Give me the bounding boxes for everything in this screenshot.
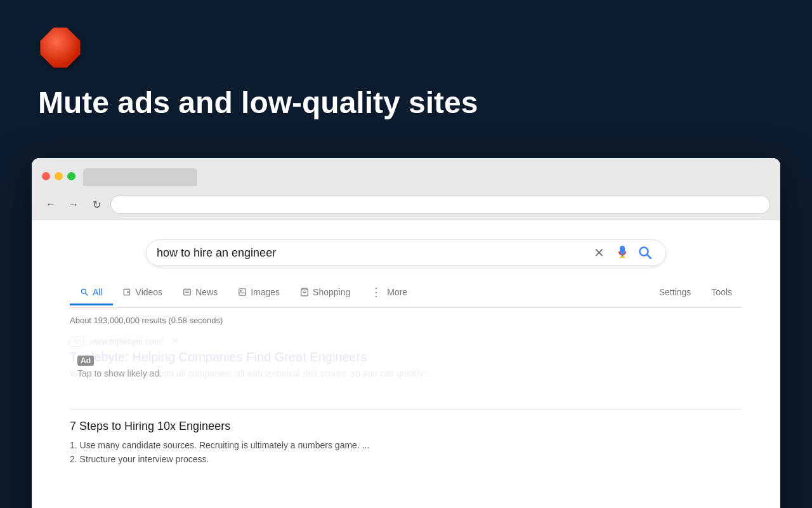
all-tab-icon: [80, 288, 89, 297]
muted-overlay: Ad Tap to show likely ad.: [70, 335, 742, 399]
news-tab-icon: [183, 288, 192, 297]
svg-line-6: [86, 293, 88, 296]
svg-marker-8: [127, 291, 129, 293]
organic-result: 7 Steps to Hiring 10x Engineers 1. Use m…: [70, 420, 742, 467]
tab-settings[interactable]: Settings: [649, 281, 702, 305]
tab-videos[interactable]: Videos: [113, 281, 173, 305]
traffic-lights: [42, 172, 75, 180]
organic-snippet-1: 1. Use many candidate sources. Recruitin…: [70, 438, 742, 452]
videos-tab-icon: [123, 288, 132, 297]
traffic-light-yellow[interactable]: [55, 172, 63, 180]
tab-images[interactable]: Images: [228, 281, 290, 305]
reload-button[interactable]: ↻: [88, 196, 105, 213]
muted-ad-badge: Ad: [77, 356, 94, 366]
tab-shopping[interactable]: Shopping: [290, 281, 360, 305]
hero-section: Mute ads and low-quality sites: [0, 0, 812, 158]
images-tab-icon: [238, 288, 247, 297]
ad-result: Ad www.triplebyte.com/ ✕ Triplebyte: Hel…: [70, 335, 742, 399]
search-tabs: All Videos News Images Shopping ⋮ More: [70, 279, 742, 308]
stop-sign-icon: [38, 25, 774, 85]
svg-rect-9: [184, 289, 191, 295]
search-page: ✕ All: [32, 220, 780, 508]
svg-marker-0: [41, 28, 81, 68]
svg-line-4: [647, 255, 651, 258]
organic-result-title[interactable]: 7 Steps to Hiring 10x Engineers: [70, 420, 742, 433]
more-dots-icon: ⋮: [370, 285, 382, 299]
traffic-light-green[interactable]: [67, 172, 75, 180]
organic-snippet-2: 2. Structure your interview process.: [70, 452, 742, 466]
search-bar-container: ✕: [146, 239, 666, 266]
results-info: About 193,000,000 results (0.58 seconds): [70, 316, 742, 325]
back-button[interactable]: ←: [42, 196, 60, 213]
shopping-tab-icon: [300, 288, 309, 297]
section-divider: [70, 409, 742, 410]
search-submit-icon: [638, 245, 653, 260]
browser-tab[interactable]: [83, 168, 197, 186]
tab-tools[interactable]: Tools: [701, 281, 742, 305]
address-bar[interactable]: [110, 195, 770, 214]
svg-rect-12: [239, 289, 246, 296]
tab-more[interactable]: ⋮ More: [360, 279, 417, 307]
browser-titlebar: [32, 158, 780, 191]
browser-nav: ← → ↻: [32, 191, 780, 220]
tab-all[interactable]: All: [70, 281, 113, 305]
muted-ad-text[interactable]: Tap to show likely ad.: [77, 368, 162, 378]
tab-news[interactable]: News: [173, 281, 228, 305]
search-submit-button[interactable]: [635, 245, 655, 260]
browser-tabs: [83, 166, 197, 186]
browser-window: ← → ↻ ✕: [32, 158, 780, 508]
search-input[interactable]: [157, 246, 589, 260]
mic-icon: [615, 245, 630, 260]
tab-settings-group: Settings Tools: [649, 281, 742, 305]
search-mic-button[interactable]: [610, 245, 635, 260]
muted-ad-label: Ad: [77, 356, 94, 366]
svg-point-5: [81, 289, 86, 293]
browser-chrome: ← → ↻: [32, 158, 780, 220]
search-clear-button[interactable]: ✕: [589, 245, 610, 260]
forward-button[interactable]: →: [65, 196, 82, 213]
hero-title: Mute ads and low-quality sites: [38, 85, 774, 120]
traffic-light-red[interactable]: [42, 172, 50, 180]
